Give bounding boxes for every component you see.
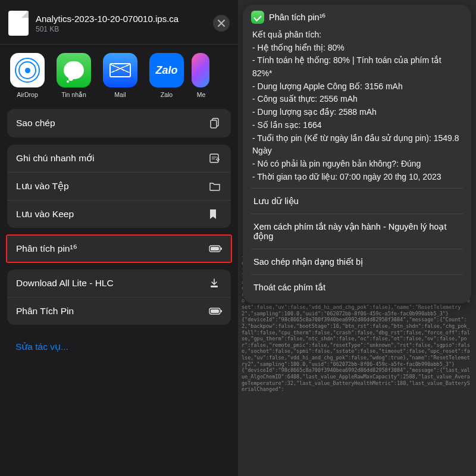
app-messenger[interactable]: Me: [192, 53, 211, 98]
app-label: Tin nhắn: [52, 91, 95, 98]
copy-card: Sao chép: [7, 109, 231, 137]
app-label: AirDrop: [6, 91, 49, 98]
analysis-line: - Dung lượng sạc đầy: 2588 mAh: [252, 106, 462, 119]
share-sheet: Analytics-2023-10-20-070010.ips.ca 501 K…: [0, 0, 238, 476]
svg-rect-2: [210, 154, 218, 162]
analysis-panel: {"Count":21,"bug_type":"313","error":nul…: [238, 0, 476, 476]
action-battery-analyze[interactable]: Phân Tích Pin: [7, 297, 231, 325]
bookmark-icon: [209, 209, 222, 220]
messenger-icon: [192, 53, 209, 87]
copy-action[interactable]: Sao chép: [7, 109, 231, 137]
share-targets-row[interactable]: AirDrop Tin nhắn Mail Zalo Zalo Me: [0, 45, 238, 109]
btn-copy-device-id[interactable]: Sao chép nhận dạng thiết bị: [251, 249, 463, 274]
shortcuts-app-icon: [251, 11, 264, 24]
zalo-icon: Zalo: [149, 53, 184, 87]
action-save-files[interactable]: Lưu vào Tệp: [7, 172, 231, 200]
close-button[interactable]: [213, 15, 230, 32]
app-label: Me: [192, 91, 211, 98]
edit-actions-link[interactable]: Sửa tác vụ...: [0, 332, 238, 362]
action-battery-analyze-16[interactable]: Phân tích pin¹⁶: [7, 236, 231, 262]
app-zalo[interactable]: Zalo Zalo: [145, 53, 188, 98]
analysis-heading: Kết quả phân tích:: [252, 29, 462, 42]
notification-buttons: Lưu dữ liệu Xem cách phím tắt này vận hà…: [251, 188, 463, 300]
file-meta: Analytics-2023-10-20-070010.ips.ca 501 K…: [36, 14, 206, 33]
analysis-line: - Công suất thực: 2556 mAh: [252, 93, 462, 106]
action-save-keep[interactable]: Lưu vào Keep: [7, 200, 231, 228]
mail-icon: [103, 53, 137, 87]
svg-rect-8: [221, 310, 222, 312]
file-size: 501 KB: [36, 25, 206, 33]
note-icon: [209, 153, 222, 164]
svg-rect-9: [211, 309, 219, 313]
battery-icon: [209, 308, 222, 315]
action-label: Sao chép: [16, 118, 55, 129]
notification-card: Phân tích pin¹⁶ Kết quả phân tích: - Hệ …: [243, 5, 471, 303]
action-label: Lưu vào Keep: [16, 209, 74, 220]
svg-rect-5: [211, 247, 219, 250]
btn-save-data[interactable]: Lưu dữ liệu: [251, 188, 463, 214]
close-icon: [218, 20, 225, 27]
action-label: Phân Tích Pin: [16, 306, 74, 317]
app-label: Mail: [99, 91, 142, 98]
folder-icon: [209, 181, 222, 191]
notification-body: Kết quả phân tích: - Hệ thống hiển thị: …: [251, 27, 463, 188]
svg-rect-1: [211, 120, 217, 128]
file-icon: [8, 11, 29, 36]
file-name: Analytics-2023-10-20-070010.ips.ca: [36, 14, 206, 24]
analysis-line: - Nó có phải là pin nguyên bản không?: Đ…: [252, 158, 462, 171]
app-mail[interactable]: Mail: [99, 53, 142, 98]
action-label: Ghi chú nhanh mới: [16, 153, 95, 164]
action-label: Lưu vào Tệp: [16, 181, 69, 192]
svg-rect-4: [221, 248, 222, 250]
file-header: Analytics-2023-10-20-070010.ips.ca 501 K…: [0, 0, 238, 40]
airdrop-icon: [10, 53, 45, 87]
highlighted-action: Phân tích pin¹⁶: [6, 234, 232, 263]
app-airdrop[interactable]: AirDrop: [6, 53, 49, 98]
actions-card-1: Ghi chú nhanh mới Lưu vào Tệp Lưu vào Ke…: [7, 145, 231, 228]
app-messages[interactable]: Tin nhắn: [52, 53, 95, 98]
messages-icon: [57, 53, 91, 87]
notification-title: Phân tích pin¹⁶: [269, 12, 325, 22]
battery-icon: [209, 245, 222, 252]
app-label: Zalo: [145, 91, 188, 98]
analysis-line: - Tuổi thọ pin (Kể từ ngày lần đầu sử dụ…: [252, 132, 462, 158]
analysis-line: - Số lần sạc: 1664: [252, 119, 462, 132]
analysis-line: - Tính toán hệ thống: 80% | Tính toán củ…: [252, 54, 462, 80]
action-new-note[interactable]: Ghi chú nhanh mới: [7, 145, 231, 172]
action-label: Phân tích pin¹⁶: [16, 243, 77, 254]
download-icon: [209, 278, 222, 289]
copy-icon: [209, 117, 222, 129]
analysis-line: - Dung lượng Apple Công Bố: 3156 mAh: [252, 80, 462, 93]
svg-rect-6: [211, 286, 218, 287]
analysis-line: - Hệ thống hiển thị: 80%: [252, 42, 462, 55]
btn-how-it-works[interactable]: Xem cách phím tắt này vận hành - Nguyên …: [251, 214, 463, 249]
btn-exit-shortcuts[interactable]: Thoát các phím tắt: [251, 274, 463, 300]
analysis-line: - Thời gian tạo dữ liệu: 07:00 ngày 20 t…: [252, 171, 462, 184]
actions-card-2: Download All Lite - HLC Phân Tích Pin: [7, 270, 231, 325]
action-label: Download All Lite - HLC: [16, 278, 114, 289]
action-download-all-lite[interactable]: Download All Lite - HLC: [7, 270, 231, 297]
notification-header: Phân tích pin¹⁶: [251, 11, 463, 24]
